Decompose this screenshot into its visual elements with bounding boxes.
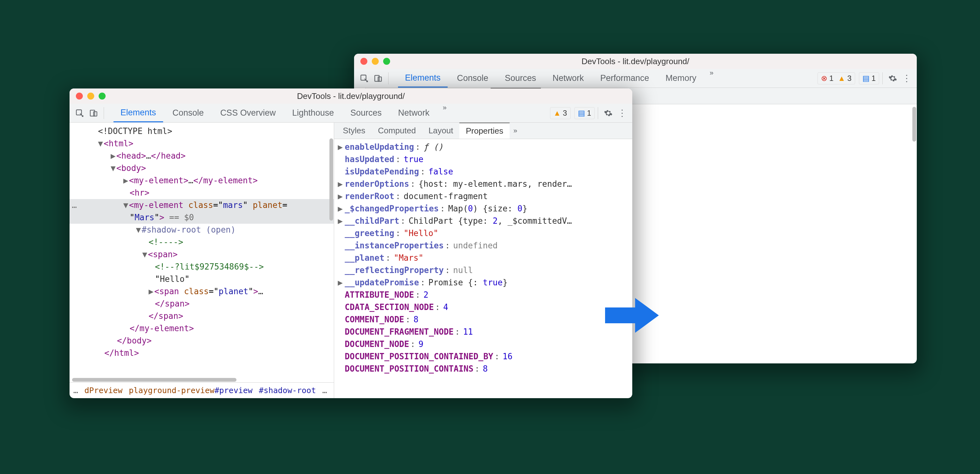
warning-badge[interactable]: ▲ 3 [550,107,571,119]
property-row[interactable]: DOCUMENT_FRAGMENT_NODE:11 [338,326,629,338]
dom-line[interactable]: ▶<head>…</head> [70,150,334,162]
tab-sources[interactable]: Sources [343,103,388,122]
property-row[interactable]: ATTRIBUTE_NODE:2 [338,289,629,301]
device-toolbar-icon[interactable] [87,106,100,120]
tab-elements[interactable]: Elements [398,69,448,87]
property-row[interactable]: ▶__updatePromise:Promise {: true} [338,277,629,289]
properties-scroll[interactable]: ▶enableUpdating:ƒ ()hasUpdated:trueisUpd… [334,139,632,398]
crumb-item[interactable]: playground-preview#preview [129,385,252,396]
tab-elements[interactable]: Elements [113,103,163,122]
subtab-styles[interactable]: Styles [337,122,372,139]
dom-line[interactable]: </span> [70,297,334,310]
dom-node[interactable]: "Mars"> == $0 [79,212,194,224]
scrollbar-thumb[interactable] [329,138,333,221]
tab-lighthouse[interactable]: Lighthouse [285,103,341,122]
dom-line[interactable]: ▼<html> [70,137,334,150]
breadcrumb[interactable]: … dPreview playground-preview#preview #s… [70,382,334,398]
property-row[interactable]: DOCUMENT_POSITION_CONTAINS:8 [338,363,629,375]
dom-line[interactable]: "Mars"> == $0 [70,212,334,224]
dom-node[interactable]: <!----> [79,236,183,248]
subtab-layout[interactable]: Layout [422,122,459,139]
scrollbar-thumb[interactable] [912,107,916,142]
dom-node[interactable]: <!--?lit$927534869$--> [79,261,264,273]
dom-line[interactable]: <!DOCTYPE html> [70,125,334,137]
property-row[interactable]: hasUpdated:true [338,153,629,165]
tab-sources[interactable]: Sources [498,69,543,87]
dom-node[interactable]: ▼<span> [79,248,178,261]
dom-node[interactable]: ▼#shadow-root (open) [79,224,235,236]
property-row[interactable]: __greeting:"Hello" [338,227,629,240]
dom-line[interactable]: ▶<span class="planet">… [70,285,334,297]
scrollbar-thumb[interactable] [72,378,237,382]
property-row[interactable]: __instanceProperties:undefined [338,240,629,252]
dom-line[interactable]: <hr> [70,187,334,199]
crumb-item[interactable]: #shadow-root [259,385,316,396]
dom-line[interactable]: ▼<body> [70,162,334,175]
dom-line[interactable]: ▼<span> [70,248,334,261]
property-row[interactable]: DOCUMENT_POSITION_CONTAINED_BY:16 [338,350,629,363]
settings-icon[interactable] [886,72,900,85]
inspect-element-icon[interactable] [73,106,87,120]
settings-icon[interactable] [601,106,615,120]
dom-line[interactable]: …▼<my-element class="mars" planet= [70,199,334,212]
crumb-overflow[interactable]: … [73,385,78,396]
property-row[interactable]: ▶__childPart:ChildPart {type: 2, _$commi… [338,215,629,227]
subtabs-overflow-icon[interactable]: » [513,127,517,135]
dom-node[interactable]: ▼<html> [79,137,134,150]
tab-console[interactable]: Console [165,103,211,122]
dom-line[interactable]: <!--?lit$927534869$--> [70,261,334,273]
dom-node[interactable]: "Hello" [79,273,190,285]
dom-node[interactable]: ▶<span class="planet">… [79,285,263,297]
disclosure-triangle-icon[interactable]: ▶ [338,190,344,202]
property-row[interactable]: ▶_$changedProperties:Map(0) {size: 0} [338,202,629,215]
dom-node[interactable]: ▶<head>…</head> [79,150,186,162]
dom-line[interactable]: </my-element> [70,322,334,335]
property-row[interactable]: CDATA_SECTION_NODE:4 [338,301,629,313]
dom-line[interactable]: ▼#shadow-root (open) [70,224,334,236]
subtab-properties[interactable]: Properties [459,122,510,139]
tabs-overflow-icon[interactable]: » [710,69,713,87]
dom-node[interactable]: </my-element> [79,322,194,335]
dom-line[interactable]: "Hello" [70,273,334,285]
dom-node[interactable]: </html> [79,347,139,359]
dom-node[interactable]: ▼<my-element class="mars" planet= [79,199,287,212]
tab-network[interactable]: Network [546,69,591,87]
dom-node[interactable]: ▼<body> [79,162,146,175]
dom-line[interactable]: <!----> [70,236,334,248]
dom-line[interactable]: </span> [70,310,334,322]
property-row[interactable]: __reflectingProperty:null [338,264,629,277]
dom-line[interactable]: </body> [70,335,334,347]
disclosure-triangle-icon[interactable]: ▶ [338,277,344,289]
more-menu-icon[interactable]: ⋮ [900,72,913,85]
property-row[interactable]: __planet:"Mars" [338,252,629,264]
disclosure-triangle-icon[interactable]: ▶ [338,215,344,227]
disclosure-triangle-icon[interactable]: ▶ [338,202,344,215]
dom-scroll[interactable]: <!DOCTYPE html>▼<html>▶<head>…</head>▼<b… [70,122,334,382]
issues-badge[interactable]: ▤ 1 [574,107,595,119]
dom-node[interactable]: </body> [79,335,152,347]
dom-tree[interactable]: <!DOCTYPE html>▼<html>▶<head>…</head>▼<b… [70,122,334,362]
dom-node[interactable]: ▶<my-element>…</my-element> [79,175,258,187]
tabs-overflow-icon[interactable]: » [442,103,446,122]
dom-line[interactable]: ▶<my-element>…</my-element> [70,175,334,187]
inspect-element-icon[interactable] [357,72,371,85]
property-row[interactable]: ▶renderOptions:{host: my-element.mars, r… [338,178,629,190]
dom-line[interactable]: </html> [70,347,334,359]
crumb-item[interactable]: dPreview [84,385,123,396]
issues-badge[interactable]: ▤ 1 [859,72,879,84]
property-row[interactable]: isUpdatePending:false [338,165,629,178]
error-warning-badge[interactable]: ⊗ 1 ▲ 3 [818,72,855,84]
dom-node[interactable]: </span> [79,297,190,310]
tab-memory[interactable]: Memory [659,69,703,87]
device-toolbar-icon[interactable] [371,72,385,85]
dom-node[interactable]: </span> [79,310,183,322]
property-row[interactable]: COMMENT_NODE:8 [338,313,629,326]
property-row[interactable]: ▶enableUpdating:ƒ () [338,141,629,153]
tab-cssoverview[interactable]: CSS Overview [213,103,283,122]
subtab-computed[interactable]: Computed [371,122,422,139]
tab-console[interactable]: Console [450,69,495,87]
property-row[interactable]: ▶renderRoot:document-fragment [338,190,629,202]
dom-node[interactable]: <hr> [79,187,150,199]
tab-network[interactable]: Network [391,103,436,122]
dom-node[interactable]: <!DOCTYPE html> [79,125,172,137]
